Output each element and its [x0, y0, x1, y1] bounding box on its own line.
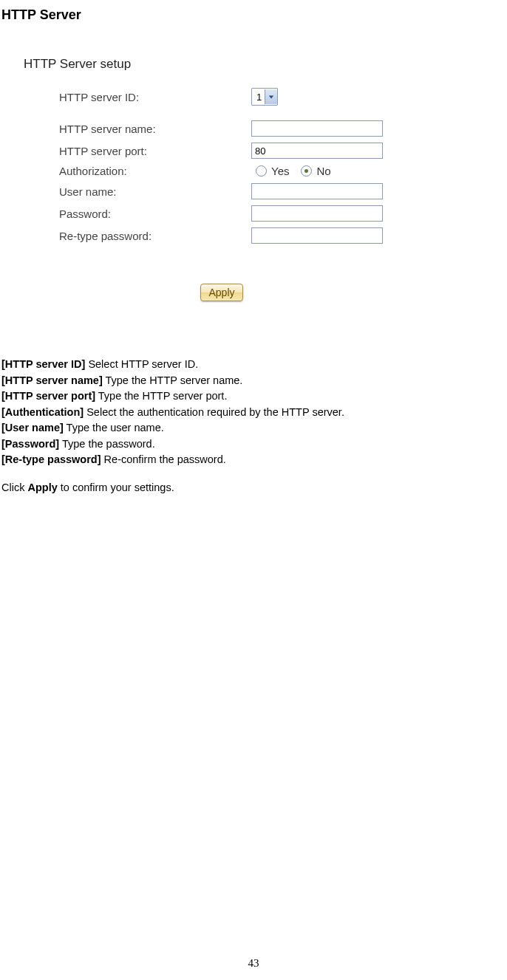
row-password: Password: — [22, 202, 421, 225]
page-number: 43 — [0, 957, 507, 970]
desc-2-text: Type the HTTP server name. — [103, 374, 243, 386]
desc-5-text: Type the user name. — [64, 422, 164, 434]
auth-yes-label: Yes — [270, 165, 296, 177]
desc-6-key: [Password] — [1, 438, 59, 450]
screenshot-region: HTTP Server setup HTTP server ID: 1 HTTP… — [22, 52, 421, 301]
desc-1-text: Select HTTP server ID. — [85, 358, 198, 370]
desc-3-key: [HTTP server port] — [1, 390, 95, 402]
desc-8-pre: Click — [1, 482, 27, 493]
row-server-id: HTTP server ID: 1 — [22, 85, 421, 109]
row-authorization: Authorization: Yes No — [22, 162, 421, 180]
auth-no-radio[interactable] — [301, 165, 312, 177]
row-server-name: HTTP server name: — [22, 117, 421, 140]
description-block: [HTTP server ID] Select HTTP server ID. … — [1, 357, 507, 496]
desc-5-key: [User name] — [1, 422, 64, 434]
server-name-input[interactable] — [251, 120, 383, 137]
password-input[interactable] — [251, 205, 383, 222]
server-id-value: 1 — [252, 92, 265, 103]
user-name-input[interactable] — [251, 183, 383, 199]
server-id-select[interactable]: 1 — [251, 88, 278, 106]
auth-no-label: No — [315, 165, 338, 177]
svg-marker-0 — [269, 95, 273, 98]
server-port-input[interactable] — [251, 143, 383, 159]
label-user-name: User name: — [22, 185, 251, 198]
desc-2-key: [HTTP server name] — [1, 374, 103, 386]
desc-8-bold: Apply — [27, 482, 57, 493]
retype-password-input[interactable] — [251, 227, 383, 244]
label-retype-password: Re-type password: — [22, 230, 251, 242]
label-server-port: HTTP server port: — [22, 145, 251, 157]
label-password: Password: — [22, 208, 251, 220]
desc-7-key: [Re-type password] — [1, 453, 101, 465]
desc-1-key: [HTTP server ID] — [1, 358, 85, 370]
desc-3-text: Type the HTTP server port. — [95, 390, 227, 402]
label-authorization: Authorization: — [22, 165, 251, 177]
row-server-port: HTTP server port: — [22, 140, 421, 162]
page-title: HTTP Server — [1, 7, 507, 23]
label-server-name: HTTP server name: — [22, 123, 251, 135]
desc-8-post: to confirm your settings. — [58, 482, 174, 493]
setup-heading: HTTP Server setup — [22, 52, 421, 85]
chevron-down-icon — [265, 89, 277, 104]
row-user-name: User name: — [22, 180, 421, 202]
desc-7-text: Re-confirm the password. — [101, 453, 226, 465]
desc-4-text: Select the authentication required by th… — [84, 406, 344, 418]
row-retype-password: Re-type password: — [22, 225, 421, 247]
desc-4-key: [Authentication] — [1, 406, 84, 418]
label-server-id: HTTP server ID: — [22, 91, 251, 103]
apply-button[interactable]: Apply — [200, 284, 242, 301]
desc-6-text: Type the password. — [59, 438, 155, 450]
auth-yes-radio[interactable] — [256, 165, 267, 177]
